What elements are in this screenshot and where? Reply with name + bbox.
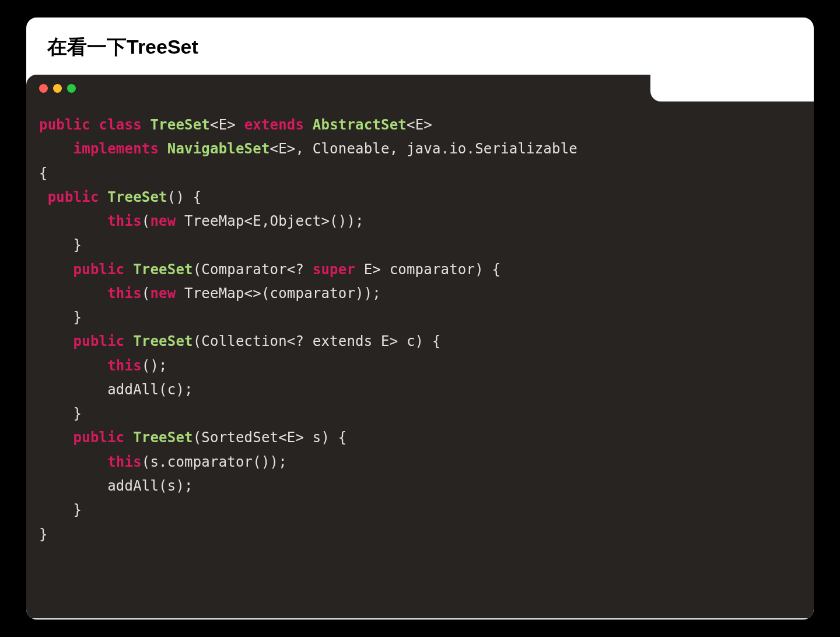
code-token: <E>	[210, 117, 244, 133]
code-token: new	[150, 213, 176, 229]
code-token: addAll(c);	[39, 382, 193, 398]
code-token: TreeMap<>(comparator));	[176, 285, 381, 302]
code-token	[159, 141, 167, 157]
code-token: (	[142, 285, 150, 302]
code-token: extends	[244, 117, 304, 133]
code-token: TreeSet	[133, 333, 193, 349]
code-token: }	[39, 405, 82, 422]
code-token: TreeSet	[107, 189, 167, 205]
window-titlebar	[26, 75, 814, 102]
code-token: class	[99, 117, 142, 133]
window-maximize-icon	[67, 84, 76, 93]
code-token: public	[74, 261, 125, 278]
code-token	[39, 213, 107, 229]
code-token	[39, 429, 74, 446]
code-token: super	[313, 261, 355, 278]
code-token: this	[107, 213, 142, 229]
code-token: new	[150, 285, 176, 302]
code-token	[39, 333, 74, 349]
code-token: this	[107, 358, 142, 374]
code-token: TreeSet	[150, 117, 210, 133]
code-token: addAll(s);	[39, 478, 193, 494]
code-token: this	[107, 454, 142, 470]
code-token: ();	[142, 358, 167, 374]
code-token: implements	[74, 141, 159, 157]
code-token: AbstractSet	[313, 117, 407, 133]
code-token: E> comparator) {	[355, 261, 501, 278]
code-token: (s.comparator());	[142, 454, 287, 470]
window-close-icon	[39, 84, 48, 93]
code-token	[90, 117, 99, 133]
code-token	[39, 261, 74, 278]
code-token: <E>	[407, 117, 432, 133]
code-token: NavigableSet	[167, 141, 270, 157]
code-token: }	[39, 309, 82, 326]
code-token: }	[39, 526, 48, 542]
code-block: public class TreeSet<E> extends Abstract…	[26, 102, 814, 564]
code-token	[125, 333, 134, 349]
code-token: () {	[167, 189, 202, 205]
code-token	[99, 189, 108, 205]
code-token: }	[39, 237, 82, 253]
code-token: (	[142, 213, 150, 229]
code-token: public	[74, 333, 125, 349]
section-heading: 在看一下TreeSet	[26, 34, 814, 75]
code-token: <E>, Cloneable, java.io.Serializable	[270, 141, 578, 157]
code-token: TreeSet	[133, 261, 193, 278]
code-token	[39, 141, 74, 157]
code-token	[39, 189, 48, 205]
code-token	[125, 429, 134, 446]
code-token	[142, 117, 150, 133]
code-token: (SortedSet<E> s) {	[193, 429, 347, 446]
code-token: {	[39, 165, 48, 181]
document-card: 在看一下TreeSet public class TreeSet<E> exte…	[26, 18, 814, 620]
code-token: public	[74, 429, 125, 446]
code-token: TreeMap<E,Object>());	[176, 213, 363, 229]
code-token: (Comparator<?	[193, 261, 313, 278]
code-token: this	[107, 285, 142, 302]
code-token	[39, 285, 107, 302]
code-token	[304, 117, 313, 133]
window-minimize-icon	[53, 84, 62, 93]
code-window: public class TreeSet<E> extends Abstract…	[26, 75, 814, 618]
code-token	[125, 261, 134, 278]
code-token	[39, 358, 107, 374]
code-token: public	[48, 189, 99, 205]
code-token: (Collection<? extends E> c) {	[193, 333, 441, 349]
code-token	[39, 454, 107, 470]
code-token: }	[39, 502, 82, 518]
code-token: public	[39, 117, 90, 133]
code-token: TreeSet	[133, 429, 193, 446]
